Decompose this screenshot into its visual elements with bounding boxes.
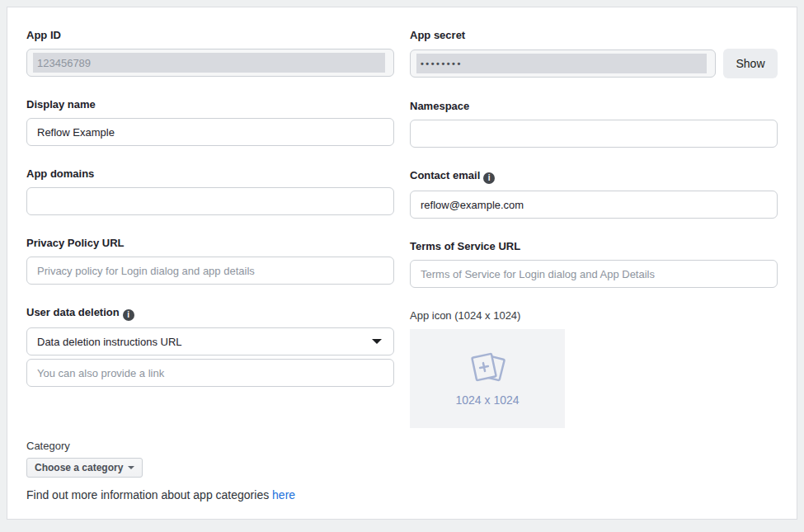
app-id-input[interactable]: 123456789	[26, 49, 394, 77]
contact-email-input[interactable]	[410, 191, 778, 219]
show-secret-button[interactable]: Show	[723, 49, 778, 78]
right-column: App secret •••••••• Show Namespace Conta…	[410, 29, 778, 501]
app-icon-dropzone[interactable]: 1024 x 1024	[410, 329, 565, 428]
app-icon-group: App icon (1024 x 1024) 1024 x 1024	[410, 309, 778, 428]
app-secret-masked-value: ••••••••	[416, 54, 707, 73]
user-data-deletion-label: User data deletioni	[26, 306, 394, 321]
namespace-label: Namespace	[410, 100, 778, 113]
privacy-policy-input[interactable]	[26, 257, 394, 285]
app-secret-field-group: App secret •••••••• Show	[410, 29, 778, 78]
add-photo-icon	[466, 351, 509, 388]
choose-category-button[interactable]: Choose a category	[26, 458, 143, 478]
app-id-value: 123456789	[33, 53, 385, 73]
namespace-input[interactable]	[410, 120, 778, 148]
app-secret-input[interactable]: ••••••••	[410, 49, 716, 78]
display-name-input[interactable]	[26, 118, 394, 146]
chevron-down-icon	[372, 339, 382, 344]
privacy-policy-field-group: Privacy Policy URL	[26, 237, 394, 285]
app-domains-label: App domains	[26, 167, 394, 181]
category-help-prefix: Find out more information about app cate…	[26, 488, 272, 501]
category-help-text: Find out more information about app cate…	[26, 488, 394, 501]
info-icon[interactable]: i	[483, 172, 495, 184]
app-icon-size-text: 1024 x 1024	[455, 393, 519, 407]
contact-email-label-text: Contact email	[410, 169, 480, 181]
display-name-label: Display name	[26, 98, 394, 111]
namespace-field-group: Namespace	[410, 100, 778, 148]
caret-down-icon	[128, 466, 134, 469]
app-domains-input[interactable]	[26, 187, 394, 215]
data-deletion-selected-option: Data deletion instructions URL	[37, 336, 182, 348]
data-deletion-select[interactable]: Data deletion instructions URL	[26, 327, 394, 355]
contact-email-label: Contact emaili	[410, 169, 778, 184]
choose-category-button-label: Choose a category	[35, 462, 123, 473]
terms-of-service-field-group: Terms of Service URL	[410, 240, 778, 288]
app-secret-label: App secret	[410, 29, 778, 42]
category-label: Category	[26, 440, 394, 452]
category-group: Category Choose a category Find out more…	[26, 440, 394, 501]
app-basic-settings-card: App ID 123456789 Display name App domain…	[7, 7, 797, 520]
contact-email-field-group: Contact emaili	[410, 169, 778, 219]
display-name-field-group: Display name	[26, 98, 394, 146]
category-help-link[interactable]: here	[272, 488, 295, 501]
left-column: App ID 123456789 Display name App domain…	[26, 29, 394, 501]
app-domains-field-group: App domains	[26, 167, 394, 215]
app-id-field-group: App ID 123456789	[26, 29, 394, 77]
terms-of-service-input[interactable]	[410, 260, 778, 288]
app-icon-label: App icon (1024 x 1024)	[410, 309, 778, 322]
data-deletion-link-input[interactable]	[26, 359, 394, 387]
app-id-label: App ID	[26, 29, 394, 42]
privacy-policy-label: Privacy Policy URL	[26, 237, 394, 250]
user-data-deletion-group: User data deletioni Data deletion instru…	[26, 306, 394, 387]
settings-grid: App ID 123456789 Display name App domain…	[26, 29, 778, 501]
info-icon[interactable]: i	[123, 309, 134, 321]
terms-of-service-label: Terms of Service URL	[410, 240, 778, 253]
app-secret-row: •••••••• Show	[410, 49, 778, 78]
user-data-deletion-label-text: User data deletion	[26, 306, 120, 318]
